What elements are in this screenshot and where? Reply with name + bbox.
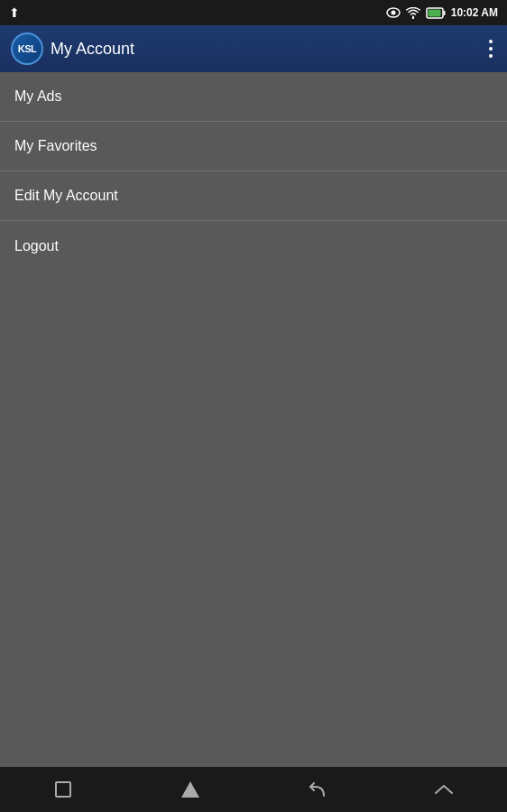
back-button[interactable] [290, 771, 344, 807]
recent-apps-icon [55, 781, 71, 798]
menu-item-my-favorites[interactable]: My Favorites [0, 122, 507, 171]
menu-item-logout[interactable]: Logout [0, 221, 507, 271]
back-icon [306, 780, 327, 799]
battery-icon [426, 7, 446, 19]
content-area [0, 271, 507, 812]
menu-item-edit-my-account-label: Edit My Account [14, 188, 118, 204]
eye-icon [386, 7, 401, 18]
up-icon [434, 782, 454, 797]
home-icon [181, 781, 199, 798]
app-bar-left: KSL My Account [11, 32, 134, 65]
usb-icon: ⬆ [9, 5, 20, 20]
overflow-dot-2 [489, 47, 493, 51]
svg-rect-3 [428, 9, 440, 16]
overflow-dot-3 [489, 54, 493, 58]
svg-point-1 [391, 11, 395, 15]
status-time: 10:02 AM [451, 6, 498, 19]
menu-item-my-ads[interactable]: My Ads [0, 72, 507, 122]
home-button[interactable] [163, 771, 217, 807]
bottom-nav [0, 767, 507, 812]
svg-rect-4 [443, 11, 445, 15]
menu-item-logout-label: Logout [14, 238, 59, 254]
menu-item-my-ads-label: My Ads [14, 88, 61, 105]
recent-apps-button[interactable] [36, 771, 90, 807]
status-bar-left: ⬆ [9, 5, 20, 20]
wifi-icon [406, 7, 420, 19]
up-button[interactable] [417, 771, 471, 807]
overflow-dot-1 [489, 40, 493, 43]
menu-list: My Ads My Favorites Edit My Account Logo… [0, 72, 507, 271]
app-bar: KSL My Account [0, 25, 507, 72]
ksl-logo: KSL [11, 32, 43, 65]
status-bar: ⬆ 10:02 AM [0, 0, 507, 25]
status-bar-right: 10:02 AM [386, 6, 498, 19]
menu-item-my-favorites-label: My Favorites [14, 138, 97, 154]
app-bar-title: My Account [51, 40, 134, 59]
menu-item-edit-my-account[interactable]: Edit My Account [0, 171, 507, 221]
overflow-menu-button[interactable] [485, 36, 496, 61]
